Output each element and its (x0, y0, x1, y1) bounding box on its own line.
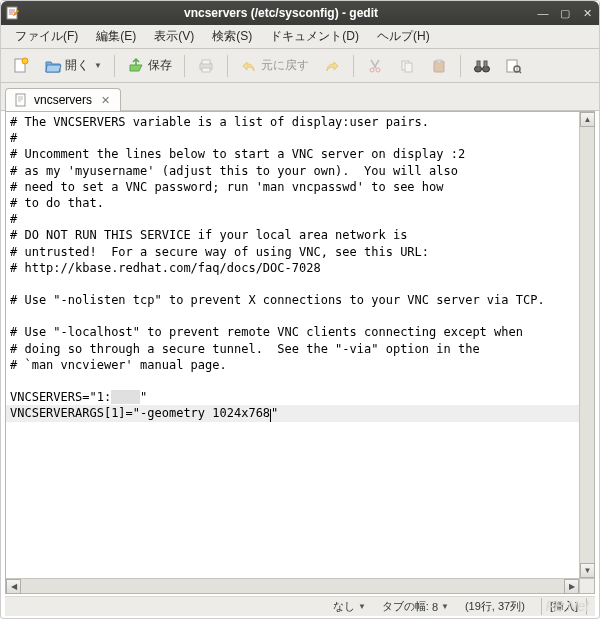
svg-point-6 (370, 68, 374, 72)
menubar: ファイル(F) 編集(E) 表示(V) 検索(S) ドキュメント(D) ヘルプ(… (1, 25, 599, 49)
scroll-down-button[interactable]: ▼ (580, 563, 595, 578)
find-button[interactable] (468, 53, 496, 79)
menu-file[interactable]: ファイル(F) (7, 25, 86, 48)
svg-rect-9 (405, 63, 412, 72)
scroll-track-h[interactable] (21, 579, 564, 593)
separator (353, 55, 354, 77)
svg-rect-4 (202, 60, 210, 64)
window-titlebar: vncservers (/etc/sysconfig) - gedit — ▢ … (1, 1, 599, 25)
window-title: vncservers (/etc/sysconfig) - gedit (27, 6, 535, 20)
redo-icon (323, 57, 341, 75)
menu-edit[interactable]: 編集(E) (88, 25, 144, 48)
cursor-position: (19行, 37列) (465, 599, 525, 614)
horizontal-scrollbar[interactable]: ◀ ▶ (6, 578, 579, 593)
text-cursor (270, 409, 271, 422)
statusbar: なし ▼ タブの幅: 8 ▼ (19行, 37列) [挿入] (5, 596, 595, 616)
scroll-up-button[interactable]: ▲ (580, 112, 595, 127)
highlight-mode-selector[interactable]: なし ▼ (333, 599, 366, 614)
menu-help[interactable]: ヘルプ(H) (369, 25, 438, 48)
print-button[interactable] (192, 53, 220, 79)
scroll-right-button[interactable]: ▶ (564, 579, 579, 594)
editor-container: # The VNCSERVERS variable is a list of d… (5, 111, 595, 594)
redo-button[interactable] (318, 53, 346, 79)
maximize-button[interactable]: ▢ (557, 6, 573, 20)
document-icon (14, 93, 28, 107)
toolbar: 開く ▼ 保存 元に戻す (1, 49, 599, 83)
close-button[interactable]: ✕ (579, 6, 595, 20)
open-label: 開く (65, 57, 89, 74)
paste-button[interactable] (425, 53, 453, 79)
svg-rect-5 (202, 68, 210, 72)
vertical-scrollbar[interactable]: ▲ ▼ (579, 112, 594, 578)
separator (184, 55, 185, 77)
tab-label: vncservers (34, 93, 92, 107)
minimize-button[interactable]: — (535, 6, 551, 20)
cut-button[interactable] (361, 53, 389, 79)
svg-rect-18 (16, 94, 25, 106)
tab-width-selector[interactable]: タブの幅: 8 ▼ (382, 599, 449, 614)
find-replace-icon (505, 57, 523, 75)
cut-icon (366, 57, 384, 75)
menu-search[interactable]: 検索(S) (204, 25, 260, 48)
copy-icon (398, 57, 416, 75)
tabbar: vncservers ✕ (1, 83, 599, 111)
menu-documents[interactable]: ドキュメント(D) (262, 25, 367, 48)
svg-point-7 (376, 68, 380, 72)
current-line-highlight: VNCSERVERARGS[1]="-geometry 1024x768" (6, 405, 594, 421)
undo-icon (240, 57, 258, 75)
svg-rect-15 (484, 61, 487, 67)
undo-label: 元に戻す (261, 57, 309, 74)
scrollbar-corner (579, 578, 594, 593)
undo-button[interactable]: 元に戻す (235, 53, 314, 79)
paste-icon (430, 57, 448, 75)
open-button[interactable]: 開く ▼ (39, 53, 107, 79)
svg-rect-14 (477, 61, 480, 67)
separator (114, 55, 115, 77)
binoculars-icon (473, 57, 491, 75)
svg-point-2 (22, 58, 28, 64)
window-controls: — ▢ ✕ (535, 6, 595, 20)
separator (227, 55, 228, 77)
chevron-down-icon: ▼ (441, 602, 449, 611)
tab-close-button[interactable]: ✕ (98, 93, 112, 107)
svg-rect-11 (437, 60, 441, 63)
scroll-left-button[interactable]: ◀ (6, 579, 21, 594)
separator (460, 55, 461, 77)
scroll-track-v[interactable] (580, 127, 594, 563)
insert-mode-indicator[interactable]: [挿入] (541, 598, 587, 615)
new-document-button[interactable] (7, 53, 35, 79)
document-tab[interactable]: vncservers ✕ (5, 88, 121, 111)
new-document-icon (12, 57, 30, 75)
save-icon (127, 57, 145, 75)
open-dropdown-caret[interactable]: ▼ (94, 61, 102, 70)
print-icon (197, 57, 215, 75)
find-replace-button[interactable] (500, 53, 528, 79)
folder-open-icon (44, 57, 62, 75)
menu-view[interactable]: 表示(V) (146, 25, 202, 48)
gedit-app-icon (5, 5, 21, 21)
save-label: 保存 (148, 57, 172, 74)
chevron-down-icon: ▼ (358, 602, 366, 611)
copy-button[interactable] (393, 53, 421, 79)
save-button[interactable]: 保存 (122, 53, 177, 79)
text-editor[interactable]: # The VNCSERVERS variable is a list of d… (6, 112, 594, 593)
